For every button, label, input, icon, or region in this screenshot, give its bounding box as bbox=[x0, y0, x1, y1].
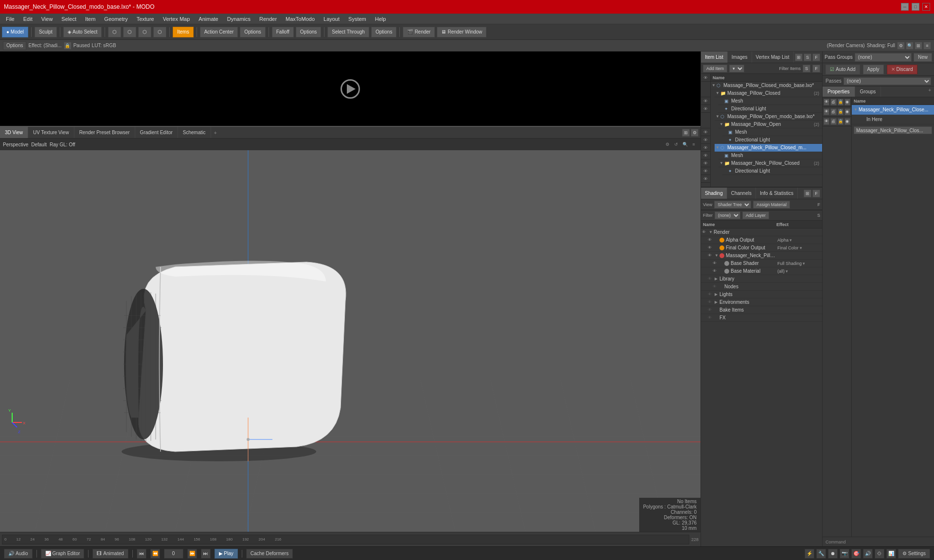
filter-f-button[interactable]: F bbox=[812, 65, 820, 72]
grp-vis-btn-1[interactable]: 👁 bbox=[824, 108, 829, 115]
pass-groups-new-button[interactable]: New bbox=[914, 53, 932, 62]
vis-icon-2[interactable] bbox=[701, 82, 710, 97]
viewport-settings-icon[interactable]: ⚙ bbox=[691, 129, 699, 137]
vis-icon-5[interactable] bbox=[701, 113, 710, 128]
viewport-3d[interactable]: Perspective Default Ray GL: Off ⚙ ↺ 🔍 ≡ bbox=[0, 139, 700, 532]
item-list-f-icon[interactable]: F bbox=[812, 53, 820, 61]
menu-edit[interactable]: Edit bbox=[19, 15, 36, 23]
menu-texture[interactable]: Texture bbox=[133, 15, 158, 23]
animated-button[interactable]: 🎞 Animated bbox=[92, 549, 128, 559]
tab-item-list[interactable]: Item List bbox=[701, 52, 728, 63]
cache-deformers-button[interactable]: Cache Deformers bbox=[246, 549, 293, 559]
tab-info-statistics[interactable]: Info & Statistics bbox=[756, 188, 798, 199]
grp-icon-solo[interactable]: ◉ bbox=[844, 99, 850, 105]
vp-toolbar-more-icon[interactable]: ≡ bbox=[690, 140, 698, 148]
falloff-button[interactable]: Falloff bbox=[272, 27, 294, 37]
sb-icon-5[interactable]: 🎯 bbox=[851, 549, 861, 559]
shield4-button[interactable]: ⬡ bbox=[153, 27, 166, 37]
menu-select[interactable]: Select bbox=[57, 15, 80, 23]
shader-tree-dropdown[interactable]: Shader Tree bbox=[714, 201, 751, 209]
shd-row-alpha-output[interactable]: 👁 Alpha Output Alpha ▾ bbox=[701, 236, 822, 244]
shd-vis-environments[interactable]: 👁 bbox=[708, 300, 715, 304]
item-list-expand-icon[interactable]: ⊞ bbox=[795, 53, 803, 61]
vis-icon-1[interactable]: 👁 bbox=[701, 74, 710, 82]
shd-vis-nodes[interactable]: 👁 bbox=[713, 284, 719, 289]
vis-icon-7[interactable]: 👁 bbox=[701, 136, 710, 144]
shd-vis-base-shader[interactable]: 👁 bbox=[713, 261, 719, 265]
auto-add-button[interactable]: ☑ Auto Add bbox=[826, 65, 860, 74]
vp-toolbar-zoom-icon[interactable]: 🔍 bbox=[681, 140, 689, 148]
shading-expand-icon[interactable]: ⊞ bbox=[804, 190, 811, 197]
tab-shading[interactable]: Shading bbox=[701, 188, 727, 199]
vp-toolbar-reset-icon[interactable]: ↺ bbox=[672, 140, 680, 148]
sb-icon-8[interactable]: 📊 bbox=[886, 549, 896, 559]
grp-solo-btn-2[interactable]: ◉ bbox=[844, 118, 850, 125]
vp-settings-icon[interactable]: ⚙ bbox=[897, 42, 905, 50]
tree-item-1[interactable]: ▼ ⬡ Massage_Pillow_Closed_modo_base.lxo* bbox=[711, 82, 822, 89]
grp-icon-vis[interactable]: 👁 bbox=[824, 99, 829, 105]
next-end-button[interactable]: ⏭ bbox=[201, 549, 211, 559]
vis-icon-10[interactable]: 👁 bbox=[701, 159, 710, 167]
passes-dropdown[interactable]: (none) bbox=[844, 77, 931, 85]
action-center-button[interactable]: Action Center bbox=[200, 27, 238, 37]
lock-button[interactable]: 🔒 bbox=[64, 42, 72, 50]
vis-icon-6[interactable]: 👁 bbox=[701, 128, 710, 136]
vis-icon-9[interactable]: 👁 bbox=[701, 152, 710, 159]
add-group-button[interactable]: + bbox=[925, 87, 934, 97]
tree-item-9[interactable]: ▼ ⬡ Massager_Neck_Pillow_Closed_m... bbox=[715, 144, 822, 152]
tree-item-12[interactable]: ✦ Directional Light bbox=[722, 167, 822, 175]
shd-row-base-shader[interactable]: 👁 Base Shader Full Shading ▾ bbox=[701, 260, 822, 267]
options2-button[interactable]: Options bbox=[296, 27, 321, 37]
shd-dropdown-alpha[interactable]: ▾ bbox=[790, 238, 792, 243]
close-button[interactable]: ✕ bbox=[922, 3, 930, 11]
grp-item-1[interactable]: ▼ Massager_Neck_Pillow_Close... bbox=[852, 105, 934, 115]
add-item-dropdown[interactable]: ▾ bbox=[729, 65, 744, 72]
tree-item-4[interactable]: ✦ Directional Light bbox=[718, 105, 822, 113]
tab-gradient-editor[interactable]: Gradient Editor bbox=[135, 127, 178, 138]
graph-editor-button[interactable]: 📈 Graph Editor bbox=[41, 549, 85, 559]
tab-schematic[interactable]: Schematic bbox=[178, 127, 211, 138]
shd-row-base-material[interactable]: 👁 Base Material (all) ▾ bbox=[701, 267, 822, 275]
sb-icon-2[interactable]: 🔧 bbox=[816, 549, 826, 559]
minimize-button[interactable]: ─ bbox=[901, 3, 909, 11]
vp-zoom-icon[interactable]: 🔍 bbox=[906, 42, 914, 50]
shd-dropdown-final[interactable]: ▾ bbox=[800, 245, 802, 250]
shd-row-fx[interactable]: 👁 FX bbox=[701, 314, 822, 322]
menu-view[interactable]: View bbox=[37, 15, 57, 23]
tab-3d-view[interactable]: 3D View bbox=[0, 127, 28, 138]
menu-geometry[interactable]: Geometry bbox=[100, 15, 131, 23]
shd-row-library[interactable]: 👁 ▶ Library bbox=[701, 275, 822, 283]
options3-button[interactable]: Options bbox=[371, 27, 396, 37]
preview-play-button[interactable] bbox=[341, 79, 360, 99]
grp-render-btn-2[interactable]: 🖨 bbox=[830, 118, 836, 125]
shd-vis-fx[interactable]: 👁 bbox=[708, 315, 715, 320]
auto-select-button[interactable]: ◈ Auto Select bbox=[63, 27, 102, 37]
grp-lock-btn-1[interactable]: 🔒 bbox=[838, 108, 844, 115]
sb-icon-4[interactable]: 📷 bbox=[840, 549, 849, 559]
shd-row-lights[interactable]: 👁 ▶ Lights bbox=[701, 291, 822, 298]
add-layer-button[interactable]: Add Layer bbox=[742, 211, 769, 219]
vis-icon-11[interactable]: 👁 bbox=[701, 167, 710, 175]
frame-input[interactable] bbox=[164, 549, 183, 559]
shd-row-bake-items[interactable]: 👁 Bake Items bbox=[701, 306, 822, 314]
tree-item-11[interactable]: ▼ 📁 Massager_Neck_Pillow_Closed (2) bbox=[718, 159, 822, 167]
vp-more-icon[interactable]: ≡ bbox=[923, 42, 931, 50]
tree-item-3[interactable]: ▣ Mesh bbox=[718, 97, 822, 105]
shd-dropdown-base-material[interactable]: ▾ bbox=[786, 269, 788, 274]
filter-s-button[interactable]: S bbox=[803, 65, 810, 72]
model-mode-button[interactable]: ● Model bbox=[2, 27, 28, 37]
tree-item-7[interactable]: ▣ Mesh bbox=[722, 128, 822, 136]
shd-row-massager[interactable]: 👁 ▼ Massager_Neck_Pillow_Clo... bbox=[701, 252, 822, 260]
vp-toolbar-settings-icon[interactable]: ⚙ bbox=[664, 140, 671, 148]
vis-icon-4[interactable]: 👁 bbox=[701, 105, 710, 113]
tab-uv-texture-view[interactable]: UV Texture View bbox=[28, 127, 74, 138]
tree-item-6[interactable]: ▼ 📁 Massage_Pillow_Open (2) bbox=[718, 121, 822, 128]
shd-vis-lights[interactable]: 👁 bbox=[708, 292, 715, 297]
grp-icon-render[interactable]: 🖨 bbox=[830, 99, 836, 105]
viewport-expand-icon[interactable]: ⊞ bbox=[682, 129, 690, 137]
prev-start-button[interactable]: ⏮ bbox=[137, 549, 146, 559]
tree-item-2[interactable]: ▼ 📁 Massage_Pillow_Closed (2) bbox=[715, 89, 822, 97]
shd-vis-render[interactable]: 👁 bbox=[702, 230, 709, 234]
shd-vis-alpha[interactable]: 👁 bbox=[708, 238, 715, 242]
grp-icon-lock[interactable]: 🔒 bbox=[838, 99, 844, 105]
